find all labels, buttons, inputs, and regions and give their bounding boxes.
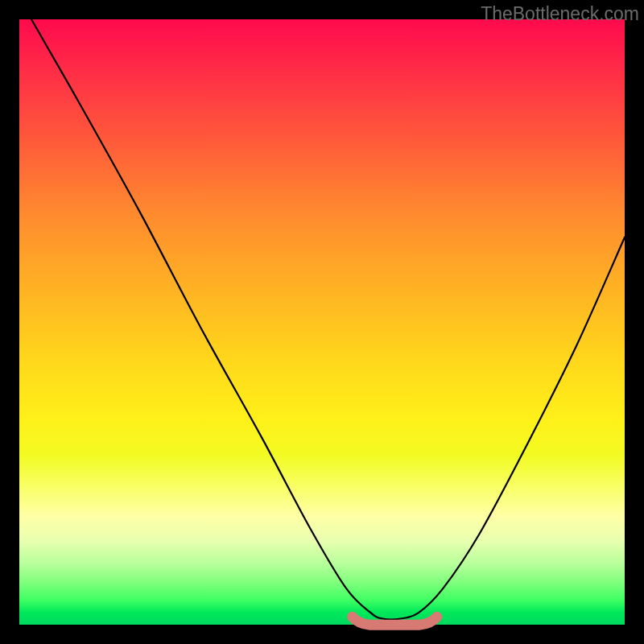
watermark-text: TheBottleneck.com [481,3,639,25]
flat-band-marker [353,617,437,625]
chart-frame: TheBottleneck.com [0,0,644,644]
curve-svg [19,19,625,625]
bottleneck-curve-line [31,19,625,619]
plot-area [19,19,625,625]
